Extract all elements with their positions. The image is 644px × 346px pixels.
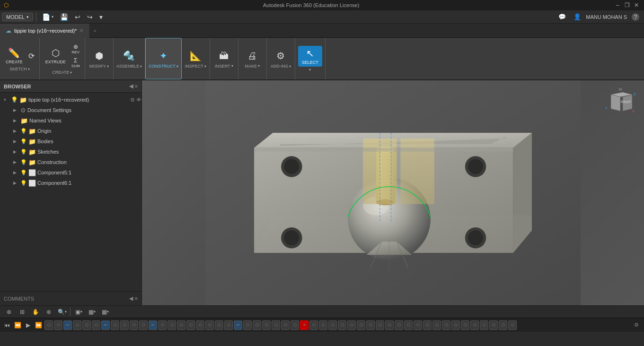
display-mode-button[interactable]: ▣ ▾ [73,307,84,317]
timeline-item-6[interactable]: ↩ [101,320,110,330]
timeline-item-5[interactable]: ⬡ [92,320,100,330]
timeline-item-22[interactable]: ⬡ [253,320,261,330]
timeline-settings-button[interactable]: ⚙ [632,320,641,330]
timeline-item-12[interactable]: ⬡ [158,320,167,330]
timeline-item-41[interactable]: ⬡ [432,320,441,330]
timeline-item-48[interactable]: ⬡ [499,320,507,330]
viewport[interactable]: N RIGHT Z Y X [142,80,644,305]
timeline-item-38[interactable]: ⬡ [404,320,413,330]
tree-item-origin[interactable]: ▶ 💡 📁 Origin [0,126,141,136]
tree-item-component6[interactable]: ▶ 💡 ⬜ Component6:1 [0,178,141,188]
timeline-item-26[interactable]: ⬡ [291,320,299,330]
timeline-item-29[interactable]: ⬡ [319,320,327,330]
sketch-button[interactable]: ✏️ CREATE [3,46,26,66]
timeline-next-button[interactable]: ⏩ [34,321,43,329]
minimize-button[interactable]: – [614,1,621,9]
tree-item-component5[interactable]: ▶ 💡 ⬜ Component5:1 [0,167,141,178]
timeline-item-4[interactable]: ⬡ [82,320,91,330]
timeline-item-33[interactable]: ⬡ [357,320,365,330]
timeline-item-14[interactable]: ⬡ [177,320,185,330]
viewcube[interactable]: N RIGHT Z Y X [601,85,639,123]
select-button[interactable]: ↖ SELECT [298,46,322,67]
file-button[interactable]: 📄 ▾ [39,12,56,22]
timeline-item-1[interactable]: ⬡ [54,320,62,330]
close-button[interactable]: ✕ [633,1,640,9]
tab-close-button[interactable]: ✕ [79,28,83,33]
notification-button[interactable]: 💬 [556,12,569,22]
timeline-item-20[interactable]: ↩ [234,320,242,330]
timeline-item-24[interactable]: ⬡ [272,320,280,330]
timeline-item-19[interactable]: ⬡ [224,320,233,330]
orbit-button[interactable]: ⊕ [4,307,14,317]
timeline-item-7[interactable]: ⬡ [111,320,119,330]
timeline-item-27[interactable]: ✕ [300,320,309,330]
timeline-item-39[interactable]: ⬡ [414,320,422,330]
timeline-item-43[interactable]: ⬡ [451,320,460,330]
timeline-item-25[interactable]: ⬡ [281,320,290,330]
timeline-item-18[interactable]: ⬡ [215,320,223,330]
timeline-item-2[interactable]: ↩ [63,320,72,330]
timeline-item-11[interactable]: ↩ [149,320,157,330]
help-button[interactable]: ? [629,12,642,22]
timeline-item-28[interactable]: ⬡ [309,320,318,330]
tree-item-sketches[interactable]: ▶ 💡 📁 Sketches [0,147,141,157]
timeline-item-17[interactable]: ⬡ [205,320,214,330]
nav-dropdown-button[interactable]: ▾ [97,12,106,22]
zoom-button[interactable]: 🔍 ▾ [57,307,67,317]
timeline-item-3[interactable]: ⬡ [73,320,81,330]
create-extrude-button[interactable]: ⬡ EXTRUDE [43,46,69,66]
timeline-item-21[interactable]: ⬡ [243,320,252,330]
inspect-button[interactable]: 📐 [185,49,206,63]
timeline-item-23[interactable]: ⬡ [262,320,271,330]
timeline-item-10[interactable]: ⬡ [139,320,148,330]
comments-collapse-icon[interactable]: ◀ [129,295,133,302]
grid-button[interactable]: ▦ ▾ [87,307,97,317]
zoom-fit-button[interactable]: ⊕ [44,307,54,317]
save-button[interactable]: 💾 [57,12,71,22]
timeline-prev-button[interactable]: ⏪ [13,321,22,329]
timeline-rewind-button[interactable]: ⏮ [3,321,11,329]
timeline-item-15[interactable]: ⬡ [186,320,195,330]
active-tab[interactable]: ☁ tippie top (v16~recovered)* ✕ [0,24,89,38]
timeline-item-0[interactable]: ⬡ [44,320,53,330]
timeline-item-34[interactable]: ⬡ [366,320,375,330]
tree-item-bodies[interactable]: ▶ 💡 📁 Bodies [0,136,141,147]
timeline-item-36[interactable]: ⬡ [385,320,394,330]
timeline-item-42[interactable]: ⬡ [442,320,450,330]
timeline-item-8[interactable]: ⬡ [120,320,129,330]
browser-settings-icon[interactable]: ≡ [135,83,138,89]
timeline-item-9[interactable]: ⬡ [130,320,138,330]
timeline-item-16[interactable]: ⬡ [196,320,204,330]
redo-button[interactable]: ↪ [84,12,96,22]
modify-button[interactable]: ⬢ [88,49,109,63]
timeline-item-13[interactable]: ⬡ [168,320,176,330]
restore-button[interactable]: ❐ [623,1,631,9]
create-sweep-button[interactable]: Σ SUM [70,56,82,69]
new-tab-button[interactable]: + [89,28,100,34]
addins-button[interactable]: ⚙ [270,49,291,63]
hand-button[interactable]: ✋ [30,307,41,317]
sketch-stop-button[interactable]: ⟳ [26,51,36,61]
timeline-item-37[interactable]: ⬡ [395,320,403,330]
timeline-item-44[interactable]: ⬡ [461,320,469,330]
insert-button[interactable]: 🏔 [213,49,234,63]
tree-root-item[interactable]: ▾ 💡 📁 tippie top (v16~recovered) ⚙ 👁 [0,95,141,105]
account-button[interactable]: 👤 [571,12,584,22]
timeline-item-47[interactable]: ⬡ [489,320,498,330]
make-button[interactable]: 🖨 [242,49,263,63]
assemble-button[interactable]: 🔩 [119,49,140,63]
timeline-item-30[interactable]: ⬡ [328,320,337,330]
undo-button[interactable]: ↩ [72,12,83,22]
tree-item-named-views[interactable]: ▶ 📁 Named Views [0,115,141,126]
tree-item-document-settings[interactable]: ▶ ⚙ Document Settings [0,105,141,115]
timeline-item-49[interactable]: ⬡ [508,320,517,330]
timeline-item-31[interactable]: ⬡ [338,320,346,330]
timeline-item-35[interactable]: ⬡ [376,320,384,330]
timeline-play-button[interactable]: ▶ [24,321,32,329]
timeline-item-40[interactable]: ⬡ [423,320,432,330]
create-revolve-button[interactable]: ⊕ REV [70,43,82,55]
model-menu-button[interactable]: MODEL ▾ [2,13,33,21]
timeline-item-45[interactable]: ⬡ [470,320,479,330]
comments-settings-icon[interactable]: ≡ [135,295,138,302]
timeline-item-46[interactable]: ⬡ [480,320,488,330]
